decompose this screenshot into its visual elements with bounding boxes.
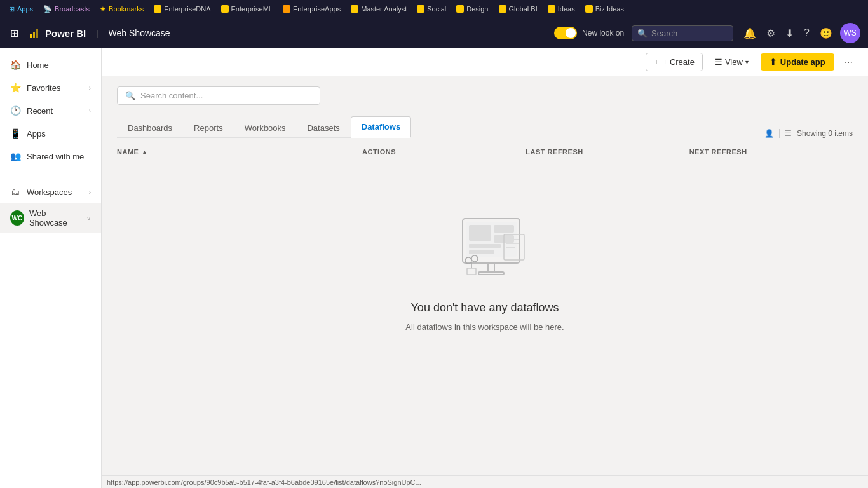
global-search-box[interactable]: 🔍 [632, 25, 733, 41]
tab-dataflows[interactable]: Dataflows [351, 116, 411, 138]
tab-workbooks[interactable]: Workbooks [234, 118, 297, 138]
chevron-right-icon: › [89, 85, 91, 92]
new-look-toggle[interactable]: New look on [554, 27, 624, 39]
recent-icon: 🕐 [10, 105, 20, 116]
apps-grid-icon: 📱 [10, 128, 20, 139]
bookmark-broadcasts[interactable]: 📡 Broadcasts [39, 4, 93, 15]
settings-icon[interactable]: ⚙ [764, 25, 778, 42]
header-separator: | [96, 29, 98, 38]
sidebar-item-recent[interactable]: 🕐 Recent › [0, 99, 101, 122]
folder-icon [154, 5, 161, 13]
col-header-next-refresh: NEXT REFRESH [689, 148, 853, 156]
sidebar-item-apps[interactable]: 📱 Apps [0, 122, 101, 145]
bookmark-apps[interactable]: ⊞ Apps [5, 4, 37, 15]
tabs-bar: Dashboards Reports Workbooks Datasets Da… [117, 115, 411, 138]
status-url: https://app.powerbi.com/groups/90c9b5a5-… [107, 478, 421, 486]
content-toolbar: + + Create ☰ View ▾ ⬆ Update app ··· [102, 48, 868, 76]
download-icon[interactable]: ⬇ [783, 25, 796, 42]
chevron-right-icon: › [89, 189, 91, 196]
col-header-actions: ACTIONS [362, 148, 526, 156]
search-input[interactable] [651, 29, 721, 38]
header-icons: 🔔 ⚙ ⬇ ? 🙂 WS [741, 23, 860, 43]
bookmark-globalbi[interactable]: Global BI [495, 4, 541, 14]
col-header-last-refresh: LAST REFRESH [526, 148, 689, 156]
waffle-icon[interactable]: ⊞ [8, 25, 21, 42]
sidebar-item-favorites[interactable]: ⭐ Favorites › [0, 76, 101, 99]
workspace-badge: WC [10, 210, 24, 226]
empty-state-title: You don't have any dataflows [411, 301, 559, 315]
chevron-down-icon: ▾ [745, 58, 749, 65]
bookmark-ideas[interactable]: Ideas [544, 4, 579, 14]
sort-icon[interactable]: ▲ [141, 149, 147, 156]
tab-dashboards[interactable]: Dashboards [117, 118, 183, 138]
bookmark-enterprisedna[interactable]: EnterpriseDNA [150, 4, 214, 14]
power-bi-logo[interactable]: Power BI [29, 27, 86, 39]
folder-icon [585, 5, 593, 13]
search-icon: 🔍 [637, 29, 648, 38]
sidebar-item-home[interactable]: 🏠 Home [0, 53, 101, 76]
empty-state: You don't have any dataflows All dataflo… [117, 161, 853, 370]
apps-icon: ⊞ [9, 5, 15, 13]
svg-rect-10 [488, 263, 494, 272]
bookmark-design[interactable]: Design [452, 4, 492, 14]
search-content-bar[interactable]: 🔍 [117, 86, 320, 105]
chevron-right-icon: › [89, 107, 91, 114]
sidebar-item-shared[interactable]: 👥 Shared with me [0, 145, 101, 168]
svg-rect-16 [467, 268, 476, 274]
content-area: 🔍 Dashboards Reports Workbooks Datasets … [102, 76, 868, 475]
people-icon: 👤 [764, 129, 774, 138]
notifications-icon[interactable]: 🔔 [741, 25, 759, 42]
toggle-label: New look on [582, 29, 624, 37]
bookmark-bookmarks[interactable]: ★ Bookmarks [96, 4, 147, 15]
bookmark-enterpriseapps[interactable]: EnterpriseApps [279, 4, 344, 14]
star-icon: ★ [100, 5, 106, 13]
shared-icon: 👥 [10, 151, 20, 161]
svg-rect-13 [506, 239, 519, 240]
showing-items-count: 👤 ☰ Showing 0 items [764, 129, 853, 138]
app-body: 🏠 Home ⭐ Favorites › 🕐 Recent › 📱 Apps 👥… [0, 48, 868, 488]
folder-icon [221, 5, 229, 13]
chevron-down-icon: ∨ [86, 215, 91, 222]
ellipsis-icon: ··· [844, 57, 853, 67]
favorites-icon: ⭐ [10, 83, 20, 93]
tab-reports[interactable]: Reports [183, 118, 234, 138]
avatar[interactable]: WS [840, 23, 860, 43]
emoji-icon[interactable]: 🙂 [817, 25, 835, 42]
update-app-button[interactable]: ⬆ Update app [761, 53, 834, 71]
bookmarks-bar: ⊞ Apps 📡 Broadcasts ★ Bookmarks Enterpri… [0, 0, 868, 18]
col-header-name: NAME ▲ [117, 148, 362, 156]
bookmark-social[interactable]: Social [413, 4, 450, 14]
toggle-switch[interactable] [554, 27, 577, 39]
create-button[interactable]: + + Create [646, 53, 703, 71]
list-icon: ☰ [785, 129, 792, 138]
svg-rect-15 [506, 247, 515, 248]
help-icon[interactable]: ? [801, 25, 812, 41]
folder-icon [283, 5, 290, 13]
svg-rect-2 [36, 29, 38, 38]
svg-rect-0 [30, 34, 32, 38]
bookmark-bizideas[interactable]: Biz Ideas [581, 4, 628, 14]
svg-rect-7 [469, 250, 494, 254]
view-button[interactable]: ☰ View ▾ [708, 53, 756, 71]
sidebar-item-workspaces[interactable]: 🗂 Workspaces › [0, 180, 101, 203]
sidebar-item-web-showcase[interactable]: WC Web Showcase ∨ [0, 203, 101, 233]
folder-icon [499, 5, 506, 13]
svg-rect-1 [33, 32, 35, 38]
bookmark-enterpriseml[interactable]: EnterpriseML [217, 4, 276, 14]
sidebar: 🏠 Home ⭐ Favorites › 🕐 Recent › 📱 Apps 👥… [0, 48, 102, 488]
broadcasts-icon: 📡 [43, 5, 52, 13]
search-content-icon: 🔍 [125, 91, 135, 100]
more-options-button[interactable]: ··· [839, 54, 858, 71]
tab-datasets[interactable]: Datasets [296, 118, 350, 138]
table-header: NAME ▲ ACTIONS LAST REFRESH NEXT REFRESH [117, 143, 853, 161]
main-header: ⊞ Power BI | Web Showcase New look on 🔍 … [0, 18, 868, 48]
bookmark-masteranalyst[interactable]: Master Analyst [347, 4, 410, 14]
svg-rect-5 [469, 225, 491, 241]
search-content-input[interactable] [140, 91, 306, 100]
svg-rect-6 [469, 244, 501, 248]
vertical-divider [779, 129, 780, 138]
empty-illustration [428, 200, 542, 288]
home-icon: 🏠 [10, 60, 20, 70]
plus-icon: + [654, 57, 659, 67]
main-content: + + Create ☰ View ▾ ⬆ Update app ··· 🔍 [102, 48, 868, 488]
